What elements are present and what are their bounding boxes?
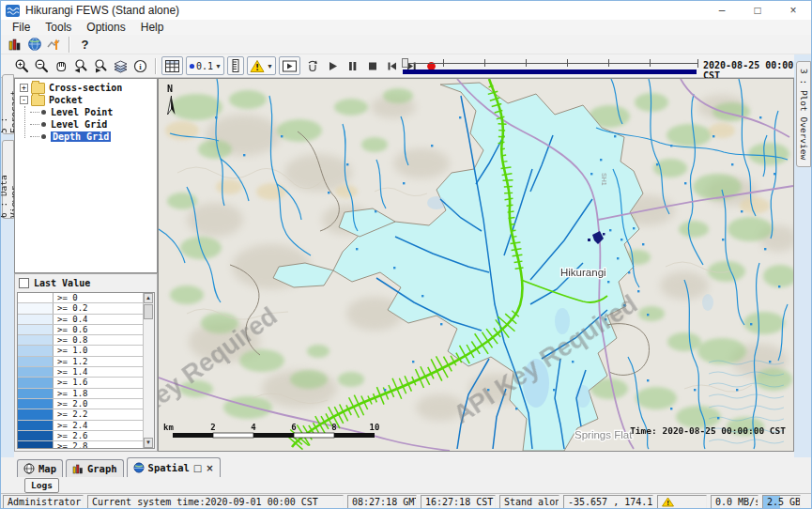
status-memory: 2.5 GB bbox=[762, 495, 801, 509]
legend-label: >= 2.4 bbox=[54, 421, 88, 430]
tree-expander-icon[interactable]: + bbox=[20, 84, 28, 92]
svg-text:8: 8 bbox=[331, 423, 336, 432]
svg-text:!: ! bbox=[255, 63, 259, 72]
warning-icon: ! bbox=[662, 497, 674, 507]
timestep-tool-button[interactable] bbox=[303, 56, 323, 76]
logs-button[interactable]: Logs bbox=[24, 478, 59, 493]
legend-row: >= 2.6 bbox=[18, 431, 144, 441]
info-button[interactable]: i bbox=[130, 56, 150, 76]
tree-expander-icon[interactable]: - bbox=[20, 96, 28, 104]
tab-spatial[interactable]: Spatial □ × bbox=[127, 457, 221, 477]
hand-icon bbox=[54, 58, 69, 74]
tree-guide bbox=[24, 106, 25, 138]
contour-interval-dropdown[interactable]: 0.1▼ bbox=[186, 56, 224, 75]
movie-icon bbox=[282, 59, 298, 73]
bullet-icon bbox=[41, 122, 46, 127]
play-button[interactable] bbox=[323, 56, 343, 76]
tree-connector bbox=[30, 112, 39, 113]
map-display-button[interactable] bbox=[24, 35, 44, 54]
menu-help[interactable]: Help bbox=[133, 21, 172, 34]
stop-button[interactable] bbox=[362, 56, 382, 76]
panel-maximize-icon[interactable]: □ bbox=[193, 463, 202, 473]
first-frame-button[interactable] bbox=[382, 56, 402, 76]
scale-ruler-button[interactable] bbox=[227, 56, 244, 75]
zoom-previous-icon bbox=[73, 58, 89, 74]
legend-swatch bbox=[18, 421, 54, 430]
pause-button[interactable] bbox=[343, 56, 362, 76]
tree-item-label: Depth Grid bbox=[51, 131, 111, 142]
last-value-checkbox[interactable] bbox=[19, 278, 29, 288]
tree-item-pocket[interactable]: -Pocket bbox=[15, 94, 157, 106]
pause-icon bbox=[345, 59, 360, 73]
warning-icon: ! bbox=[250, 59, 265, 73]
time-slider[interactable] bbox=[402, 57, 698, 74]
flask-icon bbox=[305, 58, 320, 73]
legend-row: >= 1.4 bbox=[18, 367, 144, 378]
database-viewer-button[interactable] bbox=[5, 35, 24, 54]
legend-row: >= 0.2 bbox=[18, 303, 144, 314]
left-tab-strip bbox=[1, 78, 14, 457]
status-user: Administrator bbox=[3, 495, 84, 509]
time-slider-track bbox=[402, 63, 698, 64]
tree-connector bbox=[30, 124, 39, 125]
pan-button[interactable] bbox=[52, 56, 71, 76]
tree-item-depth-grid[interactable]: Depth Grid bbox=[15, 131, 157, 143]
tab-graph[interactable]: Graph bbox=[66, 459, 124, 477]
scroll-up-icon[interactable]: ▲ bbox=[144, 293, 153, 303]
warning-thresholds-dropdown[interactable]: !▼ bbox=[247, 56, 276, 75]
close-button[interactable]: × bbox=[775, 1, 811, 20]
svg-text:4: 4 bbox=[251, 423, 256, 432]
tree-item-level-point[interactable]: Level Point bbox=[15, 106, 157, 118]
time-extent-bar bbox=[403, 69, 697, 74]
tab-map[interactable]: Map bbox=[17, 459, 63, 477]
scrollbar-thumb[interactable] bbox=[144, 304, 153, 319]
timeseries-display-button[interactable] bbox=[44, 35, 64, 54]
spatial-map-panel[interactable]: API Key Required API Key Required Hikura… bbox=[158, 78, 794, 452]
legend-label: >= 2.8 bbox=[54, 441, 88, 449]
movie-export-button[interactable] bbox=[279, 56, 300, 75]
time-slider-thumb[interactable] bbox=[402, 58, 408, 68]
legend-scrollbar[interactable]: ▲ ▼ bbox=[143, 293, 154, 448]
zoom-previous-button[interactable] bbox=[71, 56, 91, 76]
zoom-next-button[interactable] bbox=[91, 56, 111, 76]
legend-label: >= 1.0 bbox=[54, 346, 88, 355]
info-icon: i bbox=[132, 58, 148, 74]
panel-close-icon[interactable]: × bbox=[206, 463, 213, 473]
scale-unit: km bbox=[163, 423, 174, 432]
layers-button[interactable] bbox=[111, 56, 130, 76]
legend-panel: Last Value ▲ ▼ >= 0>= 0.2>= 0.4>= 0.6>= … bbox=[14, 273, 158, 452]
help-button[interactable]: ? bbox=[75, 35, 95, 54]
interval-value: 0.1 bbox=[196, 61, 213, 71]
grid-icon bbox=[164, 59, 180, 73]
tab-map-label: Map bbox=[38, 463, 56, 474]
menu-options[interactable]: Options bbox=[79, 21, 132, 34]
zoom-out-icon bbox=[34, 58, 50, 74]
bullet-icon bbox=[41, 110, 46, 115]
tab-forecast[interactable]: 5 : Forecast bbox=[2, 74, 14, 134]
zoom-in-button[interactable] bbox=[12, 56, 32, 76]
minimize-button[interactable]: – bbox=[704, 1, 740, 20]
menu-file[interactable]: File bbox=[5, 21, 38, 34]
legend-row: >= 1.8 bbox=[18, 389, 144, 399]
legend-swatch bbox=[18, 399, 54, 409]
grid-display-button[interactable] bbox=[161, 56, 183, 75]
folder-icon bbox=[31, 95, 45, 106]
tab-plot-overview[interactable]: 3 : Plot Overview bbox=[796, 61, 811, 167]
legend-row: >= 2.2 bbox=[18, 409, 144, 420]
map-canvas[interactable]: API Key Required API Key Required Hikura… bbox=[159, 79, 793, 451]
main-toolbar: ? bbox=[1, 35, 811, 54]
tree-item-level-grid[interactable]: Level Grid bbox=[15, 118, 157, 131]
legend-label: >= 0.4 bbox=[54, 315, 88, 324]
status-warning-cell[interactable]: ! bbox=[657, 495, 707, 509]
legend-row: >= 0.4 bbox=[18, 315, 144, 325]
zoom-out-button[interactable] bbox=[32, 56, 52, 76]
tab-data-viewer[interactable]: 6 : Data Viewer bbox=[2, 140, 14, 219]
logs-row: Logs bbox=[1, 477, 811, 493]
chart-arrow-icon bbox=[46, 37, 62, 52]
maximize-button[interactable]: □ bbox=[740, 1, 775, 20]
blue-globe-icon bbox=[133, 462, 145, 473]
tree-item-label: Cross-section bbox=[49, 83, 122, 93]
zoom-in-icon bbox=[14, 58, 30, 74]
menu-tools[interactable]: Tools bbox=[38, 21, 79, 34]
scroll-down-icon[interactable]: ▼ bbox=[144, 438, 153, 448]
